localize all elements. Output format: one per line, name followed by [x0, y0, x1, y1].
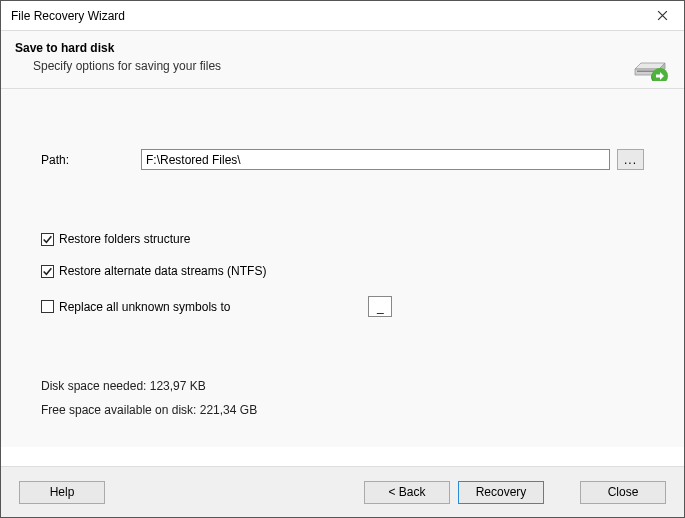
- restore-ads-row: Restore alternate data streams (NTFS): [41, 264, 644, 278]
- restore-folders-checkbox[interactable]: [41, 233, 54, 246]
- path-input[interactable]: [141, 149, 610, 170]
- disk-space-needed: Disk space needed: 123,97 KB: [41, 379, 257, 393]
- path-row: Path: ...: [41, 149, 644, 170]
- restore-folders-row: Restore folders structure: [41, 232, 644, 246]
- replace-symbols-row: Replace all unknown symbols to: [41, 296, 644, 317]
- restore-ads-checkbox[interactable]: [41, 265, 54, 278]
- help-button[interactable]: Help: [19, 481, 105, 504]
- wizard-header: Save to hard disk Specify options for sa…: [1, 31, 684, 89]
- restore-ads-label: Restore alternate data streams (NTFS): [59, 264, 266, 278]
- back-button[interactable]: < Back: [364, 481, 450, 504]
- header-title: Save to hard disk: [15, 41, 670, 55]
- header-subtitle: Specify options for saving your files: [15, 59, 670, 73]
- replace-symbol-input[interactable]: [368, 296, 392, 317]
- options-panel: Restore folders structure Restore altern…: [41, 232, 644, 317]
- stats-panel: Disk space needed: 123,97 KB Free space …: [41, 379, 257, 427]
- close-button[interactable]: Close: [580, 481, 666, 504]
- free-space-available: Free space available on disk: 221,34 GB: [41, 403, 257, 417]
- footer-buttons: Help < Back Recovery Close: [1, 466, 684, 517]
- restore-folders-label: Restore folders structure: [59, 232, 190, 246]
- svg-rect-3: [637, 71, 655, 73]
- path-label: Path:: [41, 153, 141, 167]
- replace-symbols-label: Replace all unknown symbols to: [59, 300, 230, 314]
- recovery-button[interactable]: Recovery: [458, 481, 544, 504]
- close-icon[interactable]: [640, 1, 684, 31]
- hard-disk-icon: [629, 39, 671, 84]
- window-title: File Recovery Wizard: [11, 9, 125, 23]
- titlebar: File Recovery Wizard: [1, 1, 684, 31]
- content-area: Path: ... Restore folders structure Rest…: [1, 89, 684, 447]
- browse-button[interactable]: ...: [617, 149, 644, 170]
- replace-symbols-checkbox[interactable]: [41, 300, 54, 313]
